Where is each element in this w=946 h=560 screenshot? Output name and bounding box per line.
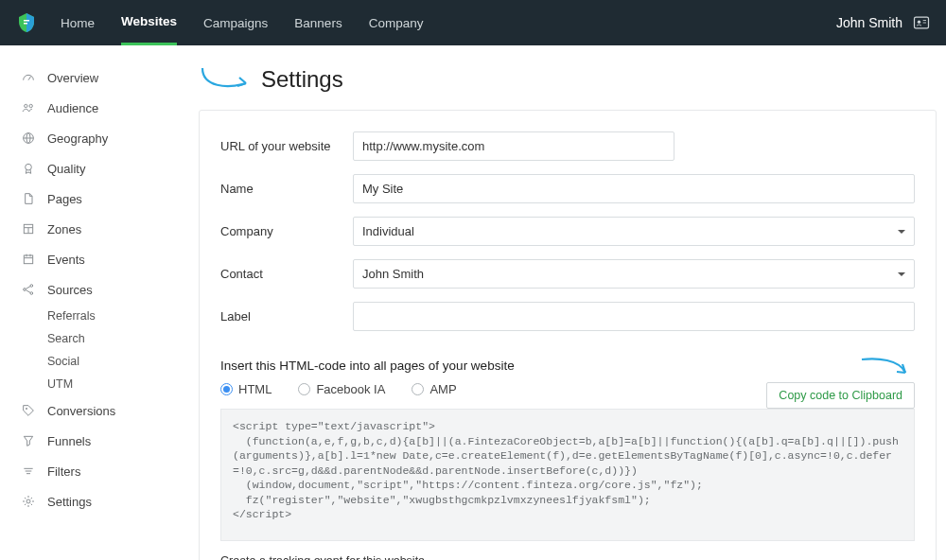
svg-point-22 (30, 292, 33, 295)
chevron-down-icon (898, 272, 905, 276)
radio-amp[interactable]: AMP (412, 382, 456, 396)
share-icon (21, 282, 36, 297)
svg-rect-1 (24, 23, 27, 25)
sidebar-item-pages[interactable]: Pages (0, 184, 189, 214)
svg-line-24 (26, 290, 30, 293)
sidebar-sub-referrals[interactable]: Referrals (0, 305, 189, 327)
sidebar-item-overview[interactable]: Overview (0, 62, 189, 93)
sidebar-item-audience[interactable]: Audience (0, 93, 189, 123)
globe-icon (21, 131, 36, 146)
url-label: URL of your website (220, 139, 353, 153)
svg-point-29 (26, 499, 30, 503)
svg-rect-16 (24, 255, 32, 264)
svg-point-21 (30, 285, 33, 288)
svg-point-7 (25, 104, 27, 107)
insert-code-label: Insert this HTML-code into all pages of … (220, 359, 515, 373)
radio-facebook-ia[interactable]: Facebook IA (298, 382, 385, 396)
name-label: Name (220, 182, 353, 196)
sidebar-item-sources[interactable]: Sources (0, 274, 189, 305)
sidebar-item-quality[interactable]: Quality (0, 153, 189, 184)
radio-html[interactable]: HTML (220, 382, 272, 396)
nav-campaigns[interactable]: Campaigns (203, 0, 268, 45)
label-label: Label (220, 309, 353, 324)
copy-code-button[interactable]: Copy code to Clipboard (766, 382, 915, 409)
sidebar-item-filters[interactable]: Filters (0, 456, 189, 486)
sidebar-sub-search[interactable]: Search (0, 327, 189, 350)
sidebar-sub-social[interactable]: Social (0, 350, 189, 373)
contact-select[interactable]: John Smith (353, 259, 915, 289)
code-textarea[interactable]: <script type="text/javascript"> (functio… (220, 409, 915, 541)
url-input[interactable] (353, 131, 674, 161)
pointer-arrow-icon (858, 356, 915, 380)
sidebar-item-settings[interactable]: Settings (0, 486, 189, 516)
company-select[interactable]: Individual (353, 217, 915, 246)
svg-rect-0 (24, 20, 29, 22)
create-tracking-event-link[interactable]: Create a tracking event for this website (220, 554, 425, 560)
top-nav: Home Websites Campaigns Banners Company … (0, 0, 946, 45)
nav-company[interactable]: Company (369, 0, 424, 45)
sidebar-item-funnels[interactable]: Funnels (0, 426, 189, 456)
svg-line-6 (28, 77, 31, 80)
radio-checked-icon (220, 383, 233, 395)
pointer-arrow-icon (199, 64, 255, 95)
sidebar: Overview Audience Geography Quality Page… (0, 45, 189, 560)
sidebar-sub-utm[interactable]: UTM (0, 373, 189, 395)
filter-icon (21, 464, 36, 479)
radio-unchecked-icon (298, 383, 310, 395)
radio-unchecked-icon (412, 383, 424, 395)
company-label: Company (220, 224, 353, 238)
calendar-icon (21, 252, 36, 267)
svg-rect-2 (915, 17, 929, 28)
gauge-icon (21, 70, 36, 85)
page-icon (21, 191, 36, 206)
chevron-down-icon (898, 230, 905, 234)
nav-banners[interactable]: Banners (294, 0, 342, 45)
user-card-icon (912, 13, 931, 32)
label-input[interactable] (353, 302, 915, 331)
user-name: John Smith (836, 15, 902, 30)
logo (15, 11, 38, 34)
contact-label: Contact (220, 267, 353, 281)
name-input[interactable] (353, 174, 915, 203)
nav-home[interactable]: Home (61, 0, 95, 45)
svg-point-20 (24, 289, 26, 291)
sidebar-item-zones[interactable]: Zones (0, 214, 189, 244)
main-content: Settings URL of your website Name Compan… (189, 45, 946, 560)
badge-icon (21, 161, 36, 176)
svg-point-8 (29, 104, 32, 107)
svg-line-23 (26, 287, 30, 289)
tag-icon (21, 403, 36, 418)
gear-icon (21, 494, 36, 509)
sidebar-item-geography[interactable]: Geography (0, 123, 189, 153)
sidebar-item-conversions[interactable]: Conversions (0, 395, 189, 426)
sidebar-item-events[interactable]: Events (0, 244, 189, 274)
user-menu[interactable]: John Smith (836, 13, 931, 32)
code-format-radio-group: HTML Facebook IA AMP (220, 382, 515, 396)
layout-icon (21, 221, 36, 236)
funnel-icon (21, 433, 36, 448)
svg-point-25 (26, 408, 26, 409)
svg-point-3 (918, 21, 920, 24)
page-title: Settings (261, 66, 343, 93)
svg-point-12 (26, 164, 32, 170)
people-icon (21, 100, 36, 115)
nav-websites[interactable]: Websites (121, 0, 177, 45)
settings-card: URL of your website Name Company Individ… (199, 110, 937, 560)
